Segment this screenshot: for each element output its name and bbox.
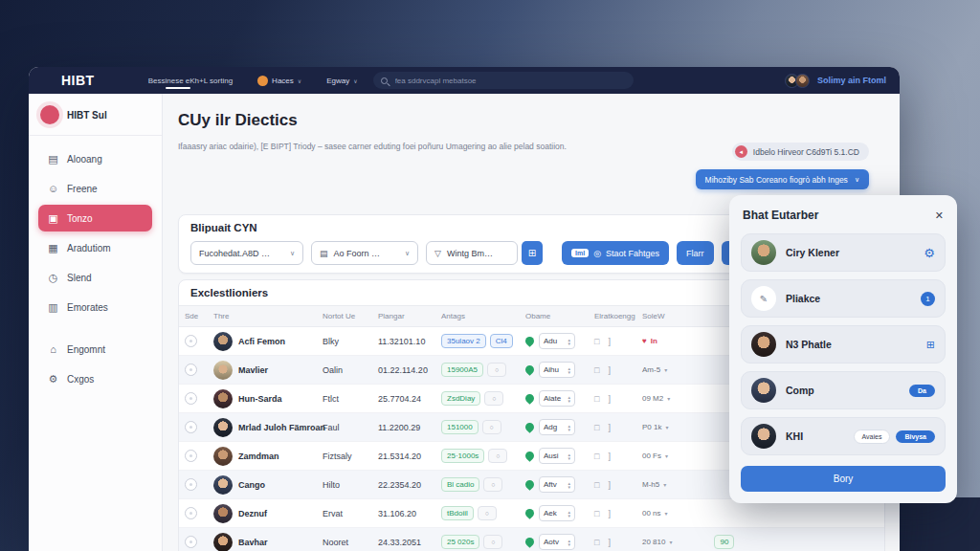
sidebar-item-freene[interactable]: ☺Freene	[38, 175, 152, 202]
chevron-down-icon[interactable]: ▾	[665, 424, 668, 430]
row-select-radio[interactable]	[185, 507, 197, 519]
row-badge[interactable]: 35ulaov 2	[441, 334, 486, 348]
sidebar-item-slend[interactable]: ◷Slend	[38, 264, 152, 291]
row-status-select[interactable]: Aek▴▾	[539, 505, 575, 521]
filter-action-button-2[interactable]: Flarr	[677, 241, 714, 265]
row-select-radio[interactable]	[185, 421, 197, 433]
row-badge[interactable]: 25·1000s	[441, 449, 484, 463]
row-select-radio[interactable]	[185, 478, 197, 491]
row-status-select[interactable]: Aihu▴▾	[539, 362, 575, 378]
sidebar-item-emorates[interactable]: ▥Emorates	[38, 294, 152, 320]
row-number: 11.32101.10	[378, 337, 441, 346]
bracket-icon[interactable]: ]	[608, 394, 611, 404]
row-badge[interactable]: ZsdDiay	[441, 391, 480, 406]
chevron-down-icon[interactable]: ▾	[667, 395, 670, 402]
filter-select-2[interactable]: ▤Ao Foorn …∨	[311, 241, 418, 265]
row-status-select[interactable]: Ausi▴▾	[539, 448, 575, 464]
status-pill[interactable]: Bivysa	[896, 430, 935, 443]
bracket-icon[interactable]: ]	[608, 452, 611, 461]
circle-icon[interactable]: ○	[484, 391, 503, 406]
row-status-value: Aiate	[544, 394, 561, 403]
chevron-down-icon[interactable]: ▾	[665, 452, 668, 459]
row-name: Deznuf	[238, 509, 267, 518]
panel-item[interactable]: KHIAvaiesBivysa	[741, 417, 946, 455]
status-pill[interactable]: Da	[909, 385, 935, 397]
row-badge[interactable]: 151000	[441, 420, 479, 434]
row-select-radio[interactable]	[185, 392, 197, 405]
tag-icon[interactable]: □	[594, 423, 599, 432]
circle-icon[interactable]: ○	[488, 449, 507, 463]
chevron-down-icon: ∨	[353, 77, 357, 84]
bracket-icon[interactable]: ]	[608, 480, 611, 490]
navbar-avatars[interactable]	[785, 74, 810, 88]
panel-item[interactable]: ✎Pliakce1	[741, 279, 946, 318]
bracket-icon[interactable]: ]	[608, 509, 611, 518]
row-extra-badge[interactable]: 90	[714, 535, 734, 549]
row-select-radio[interactable]	[185, 335, 197, 347]
filter-icon-button[interactable]: ⊞	[522, 241, 543, 265]
row-badge-secondary[interactable]: Cl4	[490, 334, 513, 348]
chevron-down-icon[interactable]: ▾	[665, 510, 668, 517]
bracket-icon[interactable]: ]	[608, 337, 611, 346]
search-input[interactable]	[393, 76, 626, 86]
profile-link[interactable]: Solimy ain Ftoml	[817, 76, 886, 85]
sidebar-item-tonzo[interactable]: ▣Tonzo	[38, 205, 152, 231]
filter-select-1[interactable]: Fucohedat.A8D …∨	[190, 241, 303, 265]
sidebar-item-aradutiom[interactable]: ▦Aradutiom	[38, 234, 152, 261]
sidebar-brand[interactable]: HIBT Sul	[29, 94, 162, 136]
circle-icon[interactable]: ○	[483, 477, 502, 492]
row-extra-cell: 00 ns▾	[642, 509, 884, 518]
tag-icon[interactable]: □	[594, 452, 599, 461]
tag-icon[interactable]: □	[594, 365, 599, 375]
row-select-radio[interactable]	[185, 536, 197, 548]
sidebar-item-cxgos[interactable]: ⚙Cxgos	[38, 365, 152, 392]
navbar-link[interactable]: Bessinese eKh+L sorting	[148, 77, 233, 85]
row-status-select[interactable]: Adu▴▾	[539, 333, 575, 349]
tag-icon[interactable]: □	[594, 480, 599, 490]
tag-icon[interactable]: □	[594, 394, 599, 404]
sidebar-item-alooang[interactable]: ▤Alooang	[38, 145, 152, 172]
circle-icon[interactable]: ○	[478, 506, 497, 520]
circle-icon[interactable]: ○	[487, 363, 506, 377]
tag-icon[interactable]: □	[594, 337, 599, 346]
primary-dropdown-button[interactable]: Mihoziby Sab Coreano fiogrò abh Inges ∨	[696, 169, 869, 189]
status-pill-secondary[interactable]: Avaies	[854, 430, 891, 444]
gear-icon[interactable]: ⚙	[924, 246, 935, 260]
circle-icon[interactable]: ○	[483, 535, 502, 549]
table-row[interactable]: BavharNooret24.33.205125 020s○Aotv▴▾□]20…	[179, 528, 884, 551]
circle-icon[interactable]: ○	[482, 420, 501, 434]
row-badge[interactable]: 15900A5	[441, 363, 483, 377]
row-select-radio[interactable]	[185, 364, 197, 376]
row-status-select[interactable]: Aftv▴▾	[539, 476, 575, 493]
table-row[interactable]: DeznufErvat31.106.20tBdoiil○Aek▴▾□]00 ns…	[179, 499, 884, 528]
chevron-down-icon[interactable]: ▾	[664, 366, 667, 373]
chevron-down-icon[interactable]: ▾	[663, 481, 666, 488]
panel-item[interactable]: CompDa	[741, 371, 946, 409]
row-select-radio[interactable]	[185, 450, 197, 462]
bracket-icon[interactable]: ]	[608, 538, 611, 547]
close-icon[interactable]: ✕	[935, 209, 944, 222]
panel-item[interactable]: Ciry Klener⚙	[741, 233, 946, 272]
filter-select-3[interactable]: ▽Wintg Bm…	[426, 241, 518, 265]
row-status-select[interactable]: Aiate▴▾	[539, 390, 575, 407]
tag-icon[interactable]: □	[594, 509, 599, 518]
bracket-icon[interactable]: ]	[608, 423, 611, 432]
tag-icon[interactable]: □	[594, 538, 599, 547]
row-status-select[interactable]: Adg▴▾	[539, 419, 575, 435]
panel-footer-button[interactable]: Bory	[741, 466, 946, 492]
row-badge[interactable]: 25 020s	[441, 535, 479, 549]
grid-icon[interactable]: ⊞	[926, 339, 935, 351]
row-badge[interactable]: tBdoiil	[441, 506, 474, 520]
chevron-down-icon[interactable]: ▾	[669, 539, 672, 545]
org-menu[interactable]: Haces ∨	[257, 76, 301, 86]
sidebar-item-engomnt[interactable]: ⌂Engomnt	[38, 336, 152, 363]
global-search[interactable]	[373, 72, 634, 89]
row-badge[interactable]: Bl cadio	[441, 477, 479, 492]
row-status-select[interactable]: Aotv▴▾	[539, 534, 575, 550]
sync-icon: ◎	[593, 249, 601, 258]
filter-action-button-1[interactable]: ImI◎Staot Fahtges	[562, 241, 669, 265]
env-menu[interactable]: Egway ∨	[326, 77, 357, 85]
row-name-cell: Mrlad Juloh Fämroan	[213, 418, 323, 437]
bracket-icon[interactable]: ]	[608, 365, 611, 375]
panel-item[interactable]: N3 Phatle⊞	[741, 325, 946, 364]
